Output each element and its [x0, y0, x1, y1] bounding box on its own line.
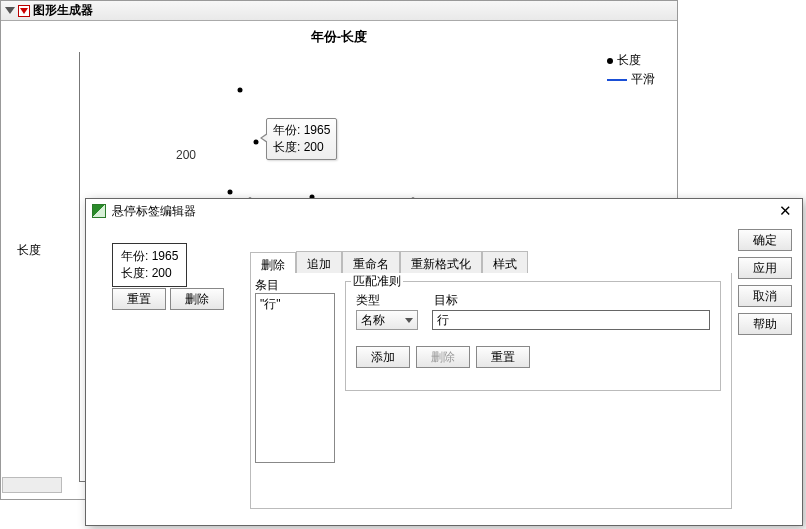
chart-title: 年份-长度 — [7, 22, 671, 46]
dialog-titlebar[interactable]: 悬停标签编辑器 ✕ — [86, 199, 802, 223]
data-point[interactable] — [228, 190, 233, 195]
disclosure-triangle-icon[interactable] — [5, 7, 15, 14]
tab-panel-delete: 条目 "行" 匹配准则 类型 目标 名称 行 添加 删除 重置 — [250, 273, 732, 509]
dialog-icon — [92, 204, 106, 218]
match-reset-button[interactable]: 重置 — [476, 346, 530, 368]
legend: 长度 平滑 — [607, 52, 655, 90]
hover-label-tooltip: 年份: 1965 长度: 200 — [266, 118, 337, 160]
match-add-button[interactable]: 添加 — [356, 346, 410, 368]
data-point[interactable] — [254, 140, 259, 145]
red-triangle-menu-icon[interactable] — [18, 5, 30, 17]
graph-builder-title: 图形生成器 — [33, 2, 93, 19]
legend-item-smooth: 平滑 — [631, 71, 655, 88]
sample-hover-label: 年份: 1965 长度: 200 — [112, 243, 187, 287]
list-item[interactable]: "行" — [260, 296, 330, 313]
dialog-right-buttons: 确定 应用 取消 帮助 — [738, 229, 792, 335]
bottom-strip — [2, 477, 62, 493]
dialog-body: 确定 应用 取消 帮助 年份: 1965 长度: 200 重置 删除 删除 追加… — [86, 223, 802, 525]
sample-buttons: 重置 删除 — [112, 288, 224, 310]
sample-delete-button[interactable]: 删除 — [170, 288, 224, 310]
sample-line-year: 年份: 1965 — [121, 248, 178, 265]
match-delete-button[interactable]: 删除 — [416, 346, 470, 368]
items-listbox[interactable]: "行" — [255, 293, 335, 463]
match-rule-legend: 匹配准则 — [351, 273, 403, 290]
dialog-title: 悬停标签编辑器 — [112, 203, 196, 220]
match-rule-buttons: 添加 删除 重置 — [356, 346, 530, 368]
target-label: 目标 — [434, 292, 458, 309]
target-input-value: 行 — [437, 312, 449, 329]
sample-reset-button[interactable]: 重置 — [112, 288, 166, 310]
help-button[interactable]: 帮助 — [738, 313, 792, 335]
graph-builder-titlebar: 图形生成器 — [1, 1, 677, 21]
hover-label-editor-dialog: 悬停标签编辑器 ✕ 确定 应用 取消 帮助 年份: 1965 长度: 200 重… — [85, 198, 803, 526]
legend-dot-icon — [607, 58, 613, 64]
legend-line-icon — [607, 79, 627, 81]
target-input[interactable]: 行 — [432, 310, 710, 330]
sample-line-length: 长度: 200 — [121, 265, 178, 282]
hover-line-length: 长度: 200 — [273, 139, 330, 156]
hover-line-year: 年份: 1965 — [273, 122, 330, 139]
legend-item-length: 长度 — [617, 52, 641, 69]
type-select-value: 名称 — [361, 312, 385, 329]
close-icon[interactable]: ✕ — [775, 202, 796, 220]
data-point[interactable] — [238, 88, 243, 93]
type-select[interactable]: 名称 — [356, 310, 418, 330]
items-label: 条目 — [255, 277, 279, 294]
chevron-down-icon — [405, 318, 413, 323]
match-rule-fieldset: 类型 目标 名称 行 添加 删除 重置 — [345, 281, 721, 391]
ok-button[interactable]: 确定 — [738, 229, 792, 251]
apply-button[interactable]: 应用 — [738, 257, 792, 279]
type-label: 类型 — [356, 292, 380, 309]
cancel-button[interactable]: 取消 — [738, 285, 792, 307]
y-axis-label: 长度 — [17, 242, 41, 259]
